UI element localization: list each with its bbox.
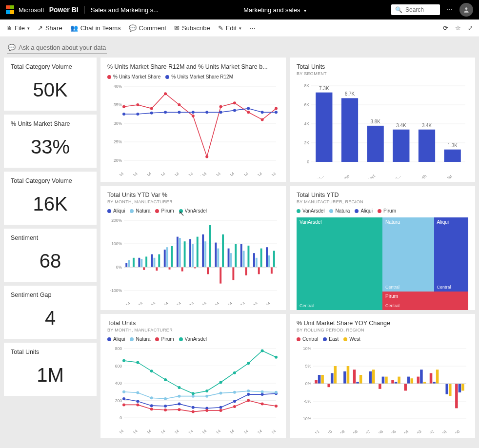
dot-icon bbox=[130, 209, 134, 213]
kpi-title: Sentiment bbox=[11, 234, 90, 241]
chart-ums-line[interactable]: % Units Market Share R12M and % Units Ma… bbox=[100, 58, 286, 182]
svg-rect-102 bbox=[245, 267, 247, 275]
tree-cell-natura[interactable]: NaturaCentral bbox=[382, 217, 434, 292]
svg-rect-270 bbox=[461, 384, 464, 390]
svg-point-182 bbox=[233, 371, 236, 374]
svg-rect-211 bbox=[444, 150, 461, 162]
plot-area: 20%25%30%35%40%Jan-14Feb-14Mar-14Apr-14M… bbox=[107, 83, 279, 176]
plot-area: 0200400600800Jan-14Feb-14Mar-14Apr-14May… bbox=[107, 346, 279, 433]
svg-text:P-08: P-08 bbox=[349, 429, 359, 433]
svg-text:-100%: -100% bbox=[110, 288, 122, 293]
svg-text:May-14: May-14 bbox=[167, 429, 180, 433]
svg-rect-248 bbox=[391, 380, 394, 384]
svg-text:3.8K: 3.8K bbox=[370, 119, 380, 124]
edit-button[interactable]: ✎Edit▾ bbox=[218, 24, 241, 32]
svg-rect-225 bbox=[318, 375, 321, 384]
svg-rect-254 bbox=[411, 378, 414, 384]
kpi-sentiment-gap[interactable]: Sentiment Gap 4 bbox=[4, 286, 97, 339]
svg-text:-10%: -10% bbox=[301, 416, 311, 421]
comment-button[interactable]: 💬Comment bbox=[129, 24, 166, 32]
svg-text:Youth: Youth bbox=[416, 174, 427, 178]
svg-point-41 bbox=[205, 111, 208, 114]
svg-point-165 bbox=[164, 409, 167, 411]
svg-text:3.4K: 3.4K bbox=[396, 123, 406, 128]
svg-point-169 bbox=[220, 409, 222, 412]
report-name[interactable]: Sales and Marketing s... bbox=[85, 6, 159, 14]
svg-text:P-03: P-03 bbox=[413, 429, 422, 433]
svg-rect-85 bbox=[202, 234, 204, 267]
svg-text:10%: 10% bbox=[303, 346, 311, 351]
chevron-down-icon: ▾ bbox=[239, 26, 241, 31]
qna-input[interactable]: 💬 Ask a question about your data bbox=[7, 43, 107, 54]
tree-cell-vanarsdel[interactable]: VanArsdelCentral bbox=[297, 217, 382, 310]
svg-point-25 bbox=[150, 107, 153, 110]
svg-rect-238 bbox=[359, 375, 362, 384]
tree-cell-pirum[interactable]: PirumCentral bbox=[382, 292, 468, 310]
svg-point-145 bbox=[220, 406, 222, 409]
chart-ytd-treemap[interactable]: Total Units YTD BY MANUFACTURER, REGION … bbox=[290, 186, 475, 310]
person-icon bbox=[463, 6, 470, 13]
tree-cell-aliqui[interactable]: AliquiCentral bbox=[434, 217, 468, 292]
svg-rect-205 bbox=[393, 130, 409, 162]
svg-rect-265 bbox=[445, 384, 448, 394]
svg-point-168 bbox=[205, 409, 208, 412]
svg-text:Produ...: Produ... bbox=[310, 174, 325, 178]
kpi-sentiment[interactable]: Sentiment 68 bbox=[4, 229, 97, 282]
svg-point-152 bbox=[150, 396, 153, 399]
search-placeholder: Search bbox=[405, 6, 424, 13]
qna-row: 💬 Ask a question about your data bbox=[0, 37, 479, 58]
svg-rect-62 bbox=[143, 267, 145, 270]
svg-text:Nov-14: Nov-14 bbox=[246, 301, 259, 305]
search-input[interactable]: 🔍 Search bbox=[391, 4, 440, 15]
file-menu[interactable]: 🗎File▾ bbox=[6, 24, 30, 32]
chart-yoy-change[interactable]: % Unit Market Share YOY Change BY ROLLIN… bbox=[290, 314, 475, 438]
kpi-value: 16K bbox=[11, 184, 90, 219]
chart-tu-line[interactable]: Total Units BY MONTH, MANUFACTURER Aliqu… bbox=[100, 314, 286, 438]
kpi-units-market-share[interactable]: % Units Market Share 33% bbox=[4, 115, 97, 168]
svg-rect-66 bbox=[154, 258, 156, 267]
share-button[interactable]: ↗Share bbox=[38, 24, 62, 32]
svg-rect-266 bbox=[449, 384, 452, 396]
toolbar-more[interactable]: ⋯ bbox=[249, 24, 256, 32]
svg-point-40 bbox=[192, 111, 195, 114]
svg-text:Select: Select bbox=[363, 174, 376, 178]
svg-text:May-14: May-14 bbox=[169, 301, 182, 305]
svg-text:Aug-14: Aug-14 bbox=[209, 171, 221, 176]
middle-column: % Units Market Share R12M and % Units Ma… bbox=[100, 58, 286, 438]
page-switcher[interactable]: Marketing and sales ▾ bbox=[159, 6, 391, 14]
svg-rect-101 bbox=[243, 251, 245, 267]
svg-rect-256 bbox=[417, 377, 420, 384]
svg-rect-95 bbox=[228, 249, 230, 267]
svg-point-158 bbox=[233, 391, 236, 394]
svg-rect-257 bbox=[420, 370, 423, 384]
svg-text:Sep-14: Sep-14 bbox=[223, 429, 236, 433]
svg-rect-234 bbox=[347, 366, 350, 384]
svg-point-162 bbox=[122, 403, 125, 406]
dot-icon bbox=[179, 209, 183, 213]
svg-rect-229 bbox=[331, 373, 334, 384]
svg-rect-90 bbox=[215, 243, 217, 267]
kpi-value: 4 bbox=[11, 298, 90, 333]
chart-ytd-var[interactable]: Total Units YTD Var % BY MONTH, MANUFACT… bbox=[100, 186, 286, 310]
dot-icon bbox=[107, 75, 111, 79]
svg-point-179 bbox=[192, 392, 195, 395]
kpi-total-category-volume-1[interactable]: Total Category Volume 50K bbox=[4, 58, 97, 111]
svg-point-170 bbox=[233, 405, 236, 408]
svg-point-167 bbox=[192, 410, 195, 413]
plot-area: -100%0%100%200%Jan-14Feb-14Mar-14Apr-14M… bbox=[107, 217, 279, 305]
svg-point-174 bbox=[122, 359, 125, 362]
chat-teams-button[interactable]: 👥Chat in Teams bbox=[70, 24, 121, 32]
svg-rect-261 bbox=[433, 382, 436, 384]
favorite-icon[interactable]: ☆ bbox=[455, 24, 461, 32]
subscribe-button[interactable]: ✉Subscribe bbox=[174, 24, 210, 32]
avatar[interactable] bbox=[459, 3, 473, 17]
fullscreen-icon[interactable]: ⤢ bbox=[468, 24, 473, 32]
chart-tu-segment[interactable]: Total Units BY SEGMENT 02K4K6K8K7.3KProd… bbox=[290, 58, 475, 182]
kpi-total-units[interactable]: Total Units 1M bbox=[4, 343, 97, 396]
svg-text:Sep-14: Sep-14 bbox=[223, 171, 236, 176]
refresh-icon[interactable]: ⟳ bbox=[443, 24, 448, 32]
more-icon[interactable]: ⋯ bbox=[447, 6, 453, 13]
svg-text:May-14: May-14 bbox=[167, 171, 180, 176]
kpi-total-category-volume-2[interactable]: Total Category Volume 16K bbox=[4, 172, 97, 225]
svg-text:25%: 25% bbox=[114, 139, 122, 144]
